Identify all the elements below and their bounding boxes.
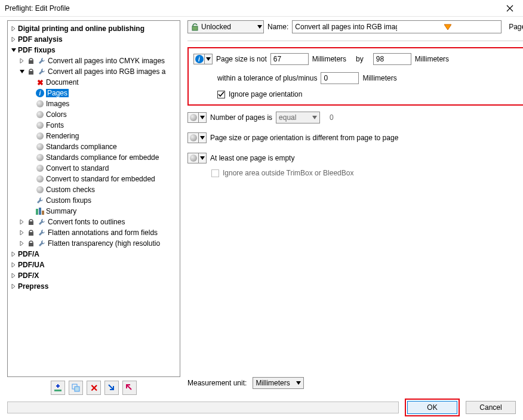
tree-item[interactable]: Images xyxy=(8,98,180,109)
tree-label: Digital printing and online publishing xyxy=(18,24,144,33)
svg-rect-7 xyxy=(29,243,33,246)
tree-label: Flatten transparency (high resolutio xyxy=(48,239,160,248)
wrench-icon xyxy=(37,228,47,237)
page-size-check-section: i Page size is not 67 Millimeters by 98 … xyxy=(187,47,523,106)
tree-label: PDF/X xyxy=(18,271,39,280)
ignore-trimbox-checkbox[interactable] xyxy=(211,169,219,177)
tree-item[interactable]: ✖ Document xyxy=(8,77,180,88)
tree-item[interactable]: PDF analysis xyxy=(8,34,180,45)
measurement-unit-dropdown[interactable]: Millimeters xyxy=(253,377,304,389)
tree-item[interactable]: Standards compliance for embedde xyxy=(8,152,180,163)
close-button[interactable] xyxy=(500,1,519,16)
ok-button-highlight: OK xyxy=(405,399,460,416)
tree-item[interactable]: Prepress xyxy=(8,281,180,292)
chevron-right-icon[interactable] xyxy=(19,57,26,64)
pages-heading: Pages xyxy=(509,23,523,31)
height-field[interactable]: 98 xyxy=(373,53,411,65)
add-button[interactable] xyxy=(51,381,65,395)
tree-label: Standards compliance for embedde xyxy=(46,153,159,162)
tree-item[interactable]: Colors xyxy=(8,109,180,120)
tree-item[interactable]: Digital printing and online publishing xyxy=(8,23,180,34)
tree-item[interactable]: Standards compliance xyxy=(8,141,180,152)
chevron-down-icon[interactable] xyxy=(10,47,17,54)
chevron-right-icon[interactable] xyxy=(10,272,17,279)
equal-dropdown[interactable]: equal xyxy=(276,112,320,123)
tree-item[interactable]: Convert to standard xyxy=(8,163,180,174)
ignore-orientation-checkbox[interactable] xyxy=(217,91,225,98)
tree-label: PDF/A xyxy=(18,250,39,258)
profile-tree[interactable]: Digital printing and online publishing P… xyxy=(7,20,180,377)
svg-rect-10 xyxy=(75,387,79,391)
chevron-down-icon xyxy=(200,116,205,119)
tree-item[interactable]: Rendering xyxy=(8,131,180,141)
chevron-down-icon[interactable] xyxy=(19,68,26,75)
wrench-icon xyxy=(37,67,47,76)
tree-item[interactable]: Custom checks xyxy=(8,184,180,195)
chevron-right-icon[interactable] xyxy=(10,36,17,43)
severity-dropdown[interactable]: i xyxy=(193,53,213,65)
tree-item[interactable]: Convert to standard for embedded xyxy=(8,174,180,184)
chevron-right-icon[interactable] xyxy=(19,229,26,236)
lock-dropdown[interactable]: Unlocked xyxy=(187,20,264,33)
tree-label: Custom fixups xyxy=(46,196,91,205)
tree-item[interactable]: PDF/A xyxy=(8,249,180,260)
tree-item[interactable]: Convert all pages into RGB images a xyxy=(8,66,180,77)
chevron-down-icon xyxy=(296,381,301,385)
bullet-icon xyxy=(35,153,45,162)
tree-label: Prepress xyxy=(18,282,48,291)
svg-rect-1 xyxy=(29,71,33,75)
tree-item[interactable]: Fonts xyxy=(8,120,180,131)
chevron-down-icon xyxy=(257,25,262,29)
unit-label: Millimeters xyxy=(415,55,449,63)
tree-item[interactable]: Custom fixups xyxy=(8,195,180,206)
tree-label: PDF fixups xyxy=(18,46,56,54)
width-field[interactable]: 67 xyxy=(270,53,309,65)
chevron-right-icon[interactable] xyxy=(10,251,17,258)
x-icon: ✕ xyxy=(90,382,98,394)
tree-item[interactable]: PDF fixups xyxy=(8,45,180,55)
bullet-icon xyxy=(190,114,197,121)
chevron-down-icon xyxy=(312,116,317,119)
export-button[interactable] xyxy=(122,381,137,395)
severity-dropdown[interactable] xyxy=(187,112,207,123)
bullet-icon xyxy=(35,110,45,119)
close-icon xyxy=(506,5,513,12)
summary-icon xyxy=(35,206,45,216)
tree-label: Convert all pages into RGB images a xyxy=(48,67,165,76)
tree-item-selected[interactable]: i Pages xyxy=(8,88,180,98)
tree-label: Standards compliance xyxy=(46,143,117,151)
tree-label: Images xyxy=(46,100,69,108)
duplicate-button[interactable] xyxy=(69,381,83,395)
chevron-right-icon[interactable] xyxy=(19,240,26,247)
tree-item[interactable]: PDF/X xyxy=(8,270,180,281)
chevron-right-icon[interactable] xyxy=(19,218,26,226)
severity-dropdown[interactable] xyxy=(187,152,207,164)
chevron-right-icon[interactable] xyxy=(10,261,17,268)
cancel-button[interactable]: Cancel xyxy=(466,401,516,414)
svg-rect-2 xyxy=(36,209,38,215)
tolerance-field[interactable]: 0 xyxy=(321,72,359,84)
tree-label: Custom checks xyxy=(46,186,95,194)
svg-rect-3 xyxy=(39,208,41,215)
check-label: Page size or page orientation is differe… xyxy=(210,134,398,142)
warning-icon xyxy=(397,23,499,31)
tree-item[interactable]: Convert all pages into CMYK images xyxy=(8,55,180,66)
chevron-right-icon[interactable] xyxy=(10,25,17,32)
name-field[interactable]: Convert all pages into RGB images and pr… xyxy=(292,20,502,33)
tree-item[interactable]: Summary xyxy=(8,206,180,217)
lock-icon xyxy=(26,67,36,76)
checkbox-label: Ignore page orientation xyxy=(229,90,302,98)
tree-item[interactable]: Convert fonts to outlines xyxy=(8,217,180,227)
delete-button[interactable]: ✕ xyxy=(87,381,101,395)
tree-item[interactable]: Flatten transparency (high resolutio xyxy=(8,238,180,249)
tree-item[interactable]: PDF/UA xyxy=(8,260,180,270)
import-button[interactable] xyxy=(104,381,119,395)
value-label: 0 xyxy=(330,113,334,122)
tree-item[interactable]: Flatten annotations and form fields xyxy=(8,227,180,238)
tree-label: Convert all pages into CMYK images xyxy=(48,57,165,65)
tree-label: Convert to standard xyxy=(46,164,109,172)
ok-button[interactable]: OK xyxy=(407,401,457,414)
severity-dropdown[interactable] xyxy=(187,132,207,144)
svg-rect-11 xyxy=(192,26,198,30)
chevron-right-icon[interactable] xyxy=(10,283,17,290)
